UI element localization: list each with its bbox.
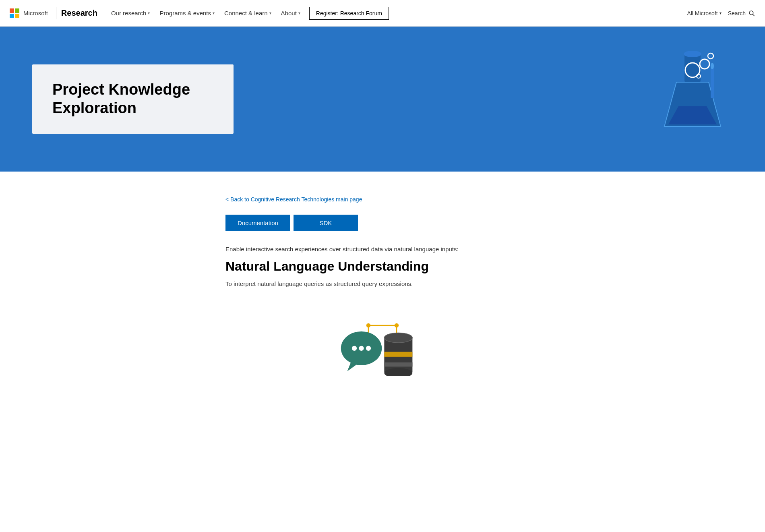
chevron-down-icon: ▾ bbox=[269, 11, 271, 15]
sdk-button[interactable]: SDK bbox=[294, 215, 358, 231]
nav-brand[interactable]: Research bbox=[61, 8, 97, 18]
all-microsoft-button[interactable]: All Microsoft ▾ bbox=[687, 10, 721, 17]
svg-rect-11 bbox=[711, 66, 714, 98]
svg-point-9 bbox=[708, 53, 713, 59]
register-forum-button[interactable]: Register: Research Forum bbox=[309, 7, 389, 20]
svg-marker-19 bbox=[347, 362, 360, 371]
chevron-down-icon: ▾ bbox=[213, 11, 215, 15]
svg-point-8 bbox=[700, 59, 709, 69]
section-intro: Enable interactive search experiences ov… bbox=[225, 246, 540, 253]
diagram-area bbox=[225, 303, 540, 376]
svg-point-22 bbox=[366, 346, 371, 351]
svg-rect-25 bbox=[384, 352, 412, 357]
search-button[interactable]: Search bbox=[728, 10, 755, 17]
back-link[interactable]: < Back to Cognitive Research Technologie… bbox=[225, 196, 362, 203]
chevron-down-icon: ▾ bbox=[298, 11, 300, 15]
navigation: Microsoft Research Our research ▾ Progra… bbox=[0, 0, 765, 27]
microsoft-logo[interactable]: Microsoft bbox=[10, 8, 48, 18]
documentation-button[interactable]: Documentation bbox=[225, 215, 290, 231]
nav-link-our-research[interactable]: Our research ▾ bbox=[107, 6, 154, 20]
search-icon bbox=[748, 10, 755, 17]
nlu-diagram bbox=[326, 303, 439, 376]
action-buttons: Documentation SDK bbox=[225, 215, 540, 231]
svg-rect-26 bbox=[384, 362, 412, 367]
svg-point-4 bbox=[684, 51, 701, 57]
nav-divider bbox=[56, 7, 56, 19]
nav-right: All Microsoft ▾ Search bbox=[687, 10, 755, 17]
svg-point-21 bbox=[359, 346, 364, 351]
svg-point-17 bbox=[395, 323, 399, 328]
chevron-down-icon: ▾ bbox=[148, 11, 150, 15]
nav-link-programs-events[interactable]: Programs & events ▾ bbox=[155, 6, 219, 20]
hero-title-box: Project Knowledge Exploration bbox=[32, 64, 234, 133]
hero-section: Project Knowledge Exploration bbox=[0, 27, 765, 172]
svg-point-20 bbox=[352, 346, 357, 351]
svg-point-0 bbox=[749, 11, 753, 15]
section-desc: To interpret natural language queries as… bbox=[225, 280, 540, 287]
section-heading: Natural Language Understanding bbox=[225, 259, 540, 274]
chevron-down-icon: ▾ bbox=[720, 11, 722, 15]
nav-links: Our research ▾ Programs & events ▾ Conne… bbox=[107, 6, 687, 20]
nav-link-connect-learn[interactable]: Connect & learn ▾ bbox=[220, 6, 275, 20]
svg-point-16 bbox=[366, 323, 371, 328]
hero-illustration bbox=[652, 46, 733, 152]
hero-title: Project Knowledge Exploration bbox=[52, 81, 213, 117]
main-content: < Back to Cognitive Research Technologie… bbox=[201, 172, 564, 392]
nav-link-about[interactable]: About ▾ bbox=[277, 6, 304, 20]
svg-line-1 bbox=[753, 14, 755, 16]
svg-point-12 bbox=[711, 63, 714, 69]
